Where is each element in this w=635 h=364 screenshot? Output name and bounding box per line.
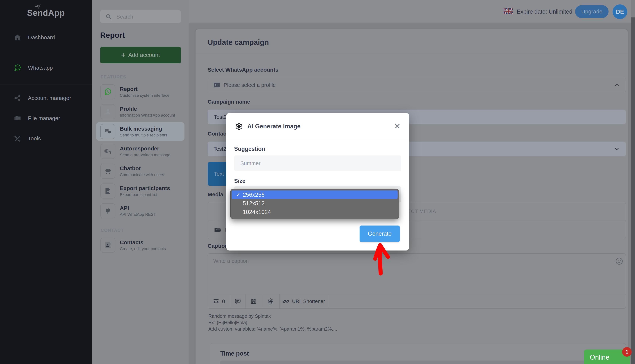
feature-item-report[interactable]: Report Customize system interface: [96, 83, 185, 101]
spintax-hint-line: Add custom variables: %name%, %param1%, …: [208, 326, 337, 332]
url-shortener-button[interactable]: URL Shortener: [280, 294, 328, 309]
feature-subtitle: Communicate with users: [120, 172, 164, 177]
scrollbar-thumb[interactable]: [631, 18, 635, 364]
dropdown-option-1024[interactable]: 1024x1024: [232, 208, 398, 216]
time-post-input[interactable]: [220, 360, 605, 364]
spintax-hint-line: Ex: {Hi|Hello|Hola}: [208, 320, 248, 326]
page-title: Update campaign: [208, 38, 269, 46]
suggestion-input[interactable]: [240, 160, 395, 166]
sidebar-item-dashboard[interactable]: Dashboard: [0, 31, 92, 44]
home-icon: [14, 34, 21, 41]
search-box: [100, 10, 181, 23]
main-sidebar: SendApp Dashboard Whatsapp: [0, 0, 92, 364]
select-accounts-label: Select WhatsApp accounts: [208, 67, 278, 73]
feature-item-api[interactable]: API API WhatApp REST: [96, 202, 185, 220]
time-post-card: Time post: [210, 343, 626, 364]
text-width-icon: [213, 298, 219, 305]
sidebar-item-label: File manager: [28, 115, 60, 122]
page-scrollbar: [631, 0, 635, 364]
modal-header: AI Generate Image ✕: [226, 113, 409, 140]
address-book-icon: [100, 238, 115, 253]
whatsapp-accounts-select[interactable]: Please select a profile: [208, 78, 626, 92]
dropdown-option-256[interactable]: ✓ 256x256: [232, 190, 398, 199]
folder-icon: [14, 114, 21, 122]
notification-badge: 1: [622, 347, 632, 357]
add-account-label: Add account: [128, 52, 160, 58]
feature-item-profile[interactable]: Profile Information WhatsApp account: [96, 102, 185, 121]
feature-title: Autoresponder: [120, 146, 170, 152]
dropdown-option-512[interactable]: 512x512: [232, 199, 398, 208]
card-header-divider: [196, 54, 628, 54]
reply-arrow-icon: [100, 144, 115, 159]
upgrade-button[interactable]: Upgrade: [575, 5, 608, 18]
feature-item-bulk-messaging[interactable]: Bulk messaging Send to multiple recipien…: [96, 122, 185, 141]
robot-icon: [100, 164, 115, 179]
time-post-label: Time post: [220, 350, 249, 357]
feature-subtitle: Customize system interface: [120, 93, 169, 98]
option-label: 256x256: [243, 192, 265, 198]
feature-item-autoresponder[interactable]: Autoresponder Send a pre-written message: [96, 142, 185, 160]
sidebar-item-whatsapp[interactable]: Whatsapp: [0, 61, 92, 74]
tools-icon: [14, 134, 21, 142]
spintax-hint-line: Random message by Spintax: [208, 313, 271, 319]
search-icon: [105, 14, 112, 20]
feature-subtitle: Create, edit your contacts: [120, 246, 166, 251]
panel-title: Report: [100, 31, 125, 40]
chevron-up-icon: [614, 82, 620, 88]
counter-value: 0: [222, 298, 225, 304]
search-input[interactable]: [116, 14, 186, 20]
option-label: 512x512: [243, 200, 265, 207]
campaign-name-label: Campaign name: [208, 98, 250, 105]
sendapp-window: SendApp Dashboard Whatsapp: [0, 0, 635, 364]
link-icon: [283, 298, 289, 305]
sidebar-divider: [0, 54, 92, 54]
report-panel: Report + Add account FEATURES Report Cus…: [92, 0, 189, 364]
option-label: 1024x1024: [243, 209, 271, 216]
sidebar-item-file-manager[interactable]: File manager: [0, 112, 92, 125]
open-folder-icon: [214, 226, 222, 234]
feature-item-contacts[interactable]: Contacts Create, edit your contacts: [96, 236, 185, 254]
quick-message-button[interactable]: [230, 294, 246, 309]
feature-subtitle: API WhatApp REST: [120, 212, 156, 217]
emoji-icon[interactable]: [615, 257, 623, 266]
comment-icon: [234, 298, 241, 305]
caption-textarea[interactable]: [208, 254, 608, 290]
feature-subtitle: Export participant list: [120, 192, 170, 197]
ai-generate-button[interactable]: [262, 294, 280, 309]
feature-item-chatbot[interactable]: Chatbot Communicate with users: [96, 162, 185, 180]
language-flag-icon[interactable]: [504, 8, 513, 14]
app-logo[interactable]: SendApp: [0, 6, 92, 20]
feature-title: Report: [120, 86, 169, 92]
sidebar-item-label: Tools: [28, 135, 41, 142]
close-icon[interactable]: ✕: [394, 122, 401, 130]
sidebar-item-account-manager[interactable]: Account manager: [0, 91, 92, 105]
user-avatar[interactable]: DE: [612, 4, 627, 19]
caption-box: 0: [208, 254, 626, 308]
ai-generate-image-modal: AI Generate Image ✕ Suggestion Size Gene…: [226, 113, 409, 250]
profile-select-placeholder: Please select a profile: [224, 82, 276, 88]
feature-item-export-participants[interactable]: Export participants Export participant l…: [96, 182, 185, 200]
features-section-label: FEATURES: [101, 74, 126, 80]
share-nodes-icon: [14, 94, 21, 102]
expire-date-text: Expire date: Unlimited: [517, 8, 572, 15]
size-select-dropdown: ✓ 256x256 512x512 1024x1024: [230, 189, 399, 219]
file-export-icon: [100, 184, 115, 198]
check-icon: ✓: [236, 191, 241, 198]
online-status-widget[interactable]: Online 1: [584, 350, 630, 364]
openai-icon: [267, 298, 274, 305]
modal-title: AI Generate Image: [247, 123, 301, 130]
add-account-button[interactable]: + Add account: [100, 47, 181, 63]
sidebar-item-label: Whatsapp: [28, 65, 53, 71]
chat-bubbles-icon: [100, 124, 115, 139]
sidebar-item-label: Dashboard: [28, 34, 55, 40]
suggestion-field: [234, 155, 401, 171]
caption-label: Caption: [208, 243, 228, 249]
feature-subtitle: Send a pre-written message: [120, 152, 170, 158]
save-template-button[interactable]: [246, 294, 262, 309]
sidebar-item-tools[interactable]: Tools: [0, 132, 92, 145]
character-counter[interactable]: 0: [208, 294, 230, 309]
suggestion-label: Suggestion: [234, 146, 265, 152]
generate-button[interactable]: Generate: [360, 226, 400, 242]
plus-icon: +: [121, 52, 125, 58]
feature-title: Chatbot: [120, 165, 164, 172]
